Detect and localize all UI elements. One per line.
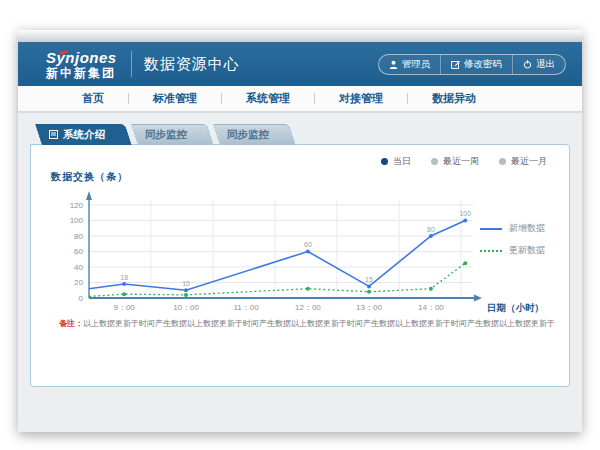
svg-text:13：00: 13：00 xyxy=(356,303,382,312)
page-top-strip xyxy=(18,30,582,42)
tab-bar: 系统介绍 同步监控 同步监控 xyxy=(30,123,570,145)
svg-text:12：00: 12：00 xyxy=(295,303,321,312)
logout-button[interactable]: 退出 xyxy=(512,55,565,74)
svg-text:60: 60 xyxy=(74,247,83,256)
logo-text-en: Synjones xyxy=(46,50,117,65)
logo-text-cn: 新中新集团 xyxy=(46,67,117,79)
brand-logo: Synjones 新中新集团 xyxy=(46,50,117,79)
svg-text:80: 80 xyxy=(74,232,83,241)
radio-option-today[interactable]: 当日 xyxy=(381,155,411,168)
nav-item-home[interactable]: 首页 xyxy=(58,91,128,106)
radio-dot-icon xyxy=(499,158,506,165)
user-name-button[interactable]: 管理员 xyxy=(379,55,441,74)
svg-text:9：00: 9：00 xyxy=(113,303,135,312)
time-range-radios: 当日 最近一周 最近一月 xyxy=(31,145,569,168)
tab-sync-monitor-1[interactable]: 同步监控 xyxy=(131,124,207,145)
chart-block: 数据交换（条） 0204060801001209：0010：0011：0012：… xyxy=(31,170,569,314)
svg-text:40: 40 xyxy=(74,263,83,272)
radio-dot-icon xyxy=(381,158,388,165)
main-nav: 首页 标准管理 系统管理 对接管理 数据异动 xyxy=(18,86,582,113)
svg-text:100: 100 xyxy=(459,210,471,217)
screen: Synjones 新中新集团 数据资源中心 管理员 修改密码 退出 xyxy=(0,0,600,450)
svg-text:10：00: 10：00 xyxy=(173,303,199,312)
power-icon xyxy=(523,60,532,69)
svg-text:0: 0 xyxy=(79,294,84,303)
tab-system-intro[interactable]: 系统介绍 xyxy=(35,124,125,145)
user-menu: 管理员 修改密码 退出 xyxy=(378,54,567,75)
svg-text:60: 60 xyxy=(304,241,312,248)
svg-text:14：00: 14：00 xyxy=(418,303,444,312)
svg-text:15: 15 xyxy=(365,276,373,283)
nav-item-interface-mgmt[interactable]: 对接管理 xyxy=(315,91,407,106)
nav-item-standard-mgmt[interactable]: 标准管理 xyxy=(129,91,221,106)
svg-text:18: 18 xyxy=(120,274,128,281)
app-title: 数据资源中心 xyxy=(144,55,240,74)
svg-text:20: 20 xyxy=(74,278,83,287)
page: Synjones 新中新集团 数据资源中心 管理员 修改密码 退出 xyxy=(18,30,582,432)
svg-text:80: 80 xyxy=(427,226,435,233)
nav-item-data-change[interactable]: 数据异动 xyxy=(408,91,500,106)
solid-line-icon xyxy=(480,228,502,230)
header-divider xyxy=(131,51,132,77)
svg-text:10: 10 xyxy=(182,280,190,287)
radio-option-last-month[interactable]: 最近一月 xyxy=(499,155,547,168)
radio-option-last-week[interactable]: 最近一周 xyxy=(431,155,479,168)
user-icon xyxy=(389,60,398,69)
edit-icon xyxy=(451,60,460,69)
svg-text:11：00: 11：00 xyxy=(233,303,259,312)
chart-panel: 当日 最近一周 最近一月 数据交换（条） 0204060801001209：00… xyxy=(30,144,570,387)
svg-text:120: 120 xyxy=(70,201,84,210)
svg-text:100: 100 xyxy=(70,216,84,225)
legend-item-new-data[interactable]: 新增数据 xyxy=(480,222,545,235)
change-password-button[interactable]: 修改密码 xyxy=(440,55,512,74)
document-icon xyxy=(49,130,58,139)
tab-sync-monitor-2[interactable]: 同步监控 xyxy=(213,124,289,145)
svg-text:日期（小时）: 日期（小时） xyxy=(487,302,544,314)
legend-item-update-data[interactable]: 更新数据 xyxy=(480,244,545,257)
dotted-line-icon xyxy=(480,250,502,252)
content-area: 系统介绍 同步监控 同步监控 当日 最近一周 xyxy=(18,113,582,387)
radio-dot-icon xyxy=(431,158,438,165)
chart-legend: 新增数据 更新数据 xyxy=(480,222,545,257)
nav-item-system-mgmt[interactable]: 系统管理 xyxy=(222,91,314,106)
y-axis-title: 数据交换（条） xyxy=(51,170,569,184)
header: Synjones 新中新集团 数据资源中心 管理员 修改密码 退出 xyxy=(18,42,582,86)
footnote: 备注：以上数据更新于时间产生数据以上数据更新于时间产生数据以上数据更新于时间产生… xyxy=(59,318,569,329)
